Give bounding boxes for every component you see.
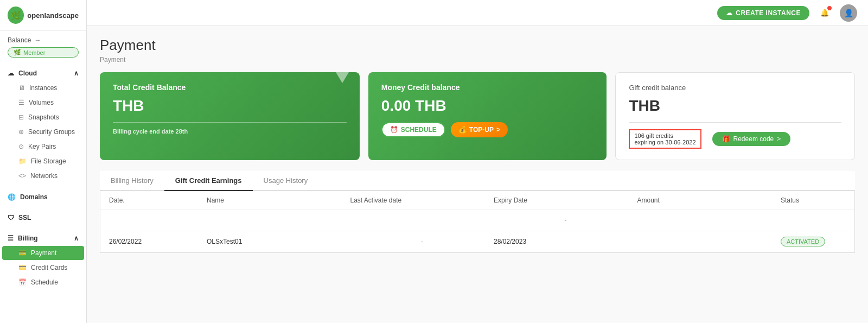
cell-expiry: - bbox=[494, 217, 637, 224]
member-badge: 🌿 Member bbox=[8, 47, 79, 58]
col-header-amount: Amount bbox=[637, 197, 781, 204]
credit-cards-label: Credit Cards bbox=[31, 264, 67, 271]
sidebar-item-volumes[interactable]: ☰ Volumes bbox=[2, 96, 84, 110]
domains-icon: 🌐 bbox=[8, 193, 16, 201]
payment-icon: 💳 bbox=[18, 249, 27, 257]
sidebar-item-snapshots[interactable]: ⊟ Snapshots bbox=[2, 110, 84, 124]
domains-header[interactable]: 🌐 Domains bbox=[0, 190, 86, 204]
security-groups-label: Security Groups bbox=[28, 128, 75, 136]
money-credit-amount: 0.00 THB bbox=[381, 97, 594, 115]
table-header: Date. Name Last Activate date Expiry Dat… bbox=[100, 191, 854, 210]
money-credit-label: Money Credit balance bbox=[381, 83, 594, 92]
sidebar-item-payment[interactable]: 💳 Payment bbox=[2, 246, 84, 260]
avatar[interactable]: 👤 bbox=[840, 4, 857, 22]
balance-section[interactable]: Balance → bbox=[0, 31, 86, 47]
sidebar-item-file-storage[interactable]: 📁 File Storage bbox=[2, 154, 84, 168]
gift-btn-icon: 🎁 bbox=[722, 135, 730, 143]
sidebar-item-networks[interactable]: <> Networks bbox=[2, 169, 84, 183]
leaf-icon: 🌿 bbox=[14, 49, 21, 56]
tab-billing-history[interactable]: Billing History bbox=[100, 171, 164, 191]
notification-bell[interactable]: 🔔 bbox=[816, 4, 833, 22]
table-row: 26/02/2022 OLSxTest01 - 28/02/2023 ACTIV… bbox=[100, 231, 854, 252]
col-header-status: Status bbox=[781, 197, 846, 204]
key-pairs-label: Key Pairs bbox=[28, 143, 56, 150]
networks-icon: <> bbox=[18, 172, 26, 180]
gift-credit-amount: THB bbox=[629, 97, 841, 115]
gift-row-actions: 106 gift credits expiring on 30-06-2022 … bbox=[629, 129, 841, 149]
schedule-button[interactable]: ⏰ SCHEDULE bbox=[381, 122, 445, 137]
schedule-label: Schedule bbox=[31, 278, 58, 286]
create-instance-button[interactable]: ☁ CREATE INSTANCE bbox=[717, 6, 809, 20]
ssl-icon: 🛡 bbox=[8, 214, 14, 221]
volumes-icon: ☰ bbox=[18, 99, 24, 106]
col-header-date: Date. bbox=[109, 197, 207, 204]
topbar: ☁ CREATE INSTANCE 🔔 👤 bbox=[87, 0, 868, 26]
cell-status: ACTIVATED bbox=[781, 238, 846, 245]
gift-info-line1: 106 gift credits bbox=[634, 132, 695, 139]
page-title: Payment bbox=[100, 37, 855, 54]
avatar-icon: 👤 bbox=[844, 9, 853, 17]
sidebar-item-instances[interactable]: 🖥 Instances bbox=[2, 81, 84, 95]
money-credit-card: Money Credit balance 0.00 THB ⏰ SCHEDULE… bbox=[368, 72, 607, 160]
logo-text: openlandscape bbox=[27, 11, 79, 20]
sidebar-item-security-groups[interactable]: ⊕ Security Groups bbox=[2, 125, 84, 139]
cell-last-activate: - bbox=[350, 238, 494, 245]
col-header-name: Name bbox=[207, 197, 350, 204]
file-storage-label: File Storage bbox=[31, 157, 66, 165]
sidebar-item-key-pairs[interactable]: ⊙ Key Pairs bbox=[2, 140, 84, 154]
snapshots-label: Snapshots bbox=[28, 113, 59, 121]
money-credit-actions: ⏰ SCHEDULE 💰 TOP-UP > bbox=[381, 122, 594, 137]
bookmark-icon bbox=[336, 72, 349, 83]
chevron-down-icon: ∧ bbox=[74, 235, 79, 242]
topup-arrow: > bbox=[496, 126, 500, 134]
status-badge: ACTIVATED bbox=[781, 237, 825, 246]
networks-label: Networks bbox=[30, 172, 58, 180]
redeem-code-button[interactable]: 🎁 Redeem code > bbox=[712, 132, 791, 146]
security-groups-icon: ⊕ bbox=[18, 128, 24, 136]
cards-row: Total Credit Balance THB Billing cycle e… bbox=[100, 72, 855, 160]
breadcrumb: Payment bbox=[100, 56, 855, 64]
logo-icon: 🌿 bbox=[8, 7, 24, 24]
ssl-section: 🛡 SSL bbox=[0, 207, 86, 228]
redeem-arrow: > bbox=[777, 135, 781, 143]
schedule-btn-icon: ⏰ bbox=[390, 126, 398, 134]
ssl-header[interactable]: 🛡 SSL bbox=[0, 211, 86, 225]
tab-usage-history[interactable]: Usage History bbox=[253, 171, 319, 191]
domains-section: 🌐 Domains bbox=[0, 187, 86, 207]
gift-credit-label: Gift credit balance bbox=[629, 84, 841, 92]
logo: 🌿 openlandscape bbox=[0, 0, 86, 31]
billing-section: ☰ Billing ∧ 💳 Payment 💳 Credit Cards 📅 S… bbox=[0, 228, 86, 293]
instances-label: Instances bbox=[29, 84, 57, 92]
topup-button[interactable]: 💰 TOP-UP > bbox=[451, 122, 508, 137]
cloud-btn-icon: ☁ bbox=[726, 9, 733, 17]
key-pairs-icon: ⊙ bbox=[18, 143, 24, 150]
chevron-up-icon: ∧ bbox=[74, 69, 79, 77]
credit-cards-icon: 💳 bbox=[18, 264, 27, 271]
gift-info-line2: expiring on 30-06-2022 bbox=[634, 139, 695, 145]
cloud-section-header[interactable]: ☁ Cloud ∧ bbox=[0, 66, 86, 80]
total-credit-label: Total Credit Balance bbox=[113, 83, 347, 92]
notification-badge bbox=[827, 5, 832, 11]
sidebar-item-credit-cards[interactable]: 💳 Credit Cards bbox=[2, 261, 84, 275]
gift-info-box: 106 gift credits expiring on 30-06-2022 bbox=[629, 129, 701, 149]
instances-icon: 🖥 bbox=[18, 84, 25, 92]
billing-icon: ☰ bbox=[8, 235, 14, 242]
table-row: - bbox=[100, 210, 854, 231]
cloud-section: ☁ Cloud ∧ 🖥 Instances ☰ Volumes ⊟ Snapsh… bbox=[0, 63, 86, 187]
schedule-icon: 📅 bbox=[18, 278, 27, 286]
file-storage-icon: 📁 bbox=[18, 157, 27, 165]
tab-gift-credit-earnings[interactable]: Gift Credit Earnings bbox=[164, 171, 253, 191]
table-container: Date. Name Last Activate date Expiry Dat… bbox=[100, 191, 855, 253]
billing-cycle-text: Billing cycle end date 28th bbox=[113, 128, 347, 135]
col-header-expiry: Expiry Date bbox=[494, 197, 637, 204]
cloud-label: Cloud bbox=[18, 69, 37, 77]
col-header-last-activate: Last Activate date bbox=[350, 197, 494, 204]
volumes-label: Volumes bbox=[29, 99, 54, 106]
sidebar-item-schedule[interactable]: 📅 Schedule bbox=[2, 275, 84, 289]
balance-arrow: → bbox=[34, 36, 41, 44]
payment-label: Payment bbox=[31, 249, 56, 257]
tabs-row: Billing History Gift Credit Earnings Usa… bbox=[100, 171, 855, 191]
topup-btn-icon: 💰 bbox=[458, 126, 467, 134]
cell-date: 26/02/2022 bbox=[109, 238, 207, 245]
billing-section-header[interactable]: ☰ Billing ∧ bbox=[0, 231, 86, 245]
